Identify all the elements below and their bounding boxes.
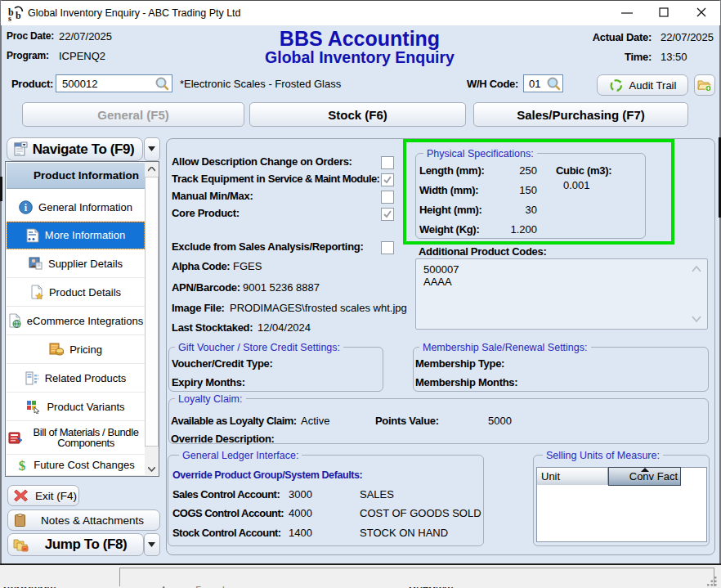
svg-text:b: b	[16, 10, 21, 21]
svg-text:$: $	[19, 458, 26, 473]
svg-text:s: s	[8, 14, 11, 21]
